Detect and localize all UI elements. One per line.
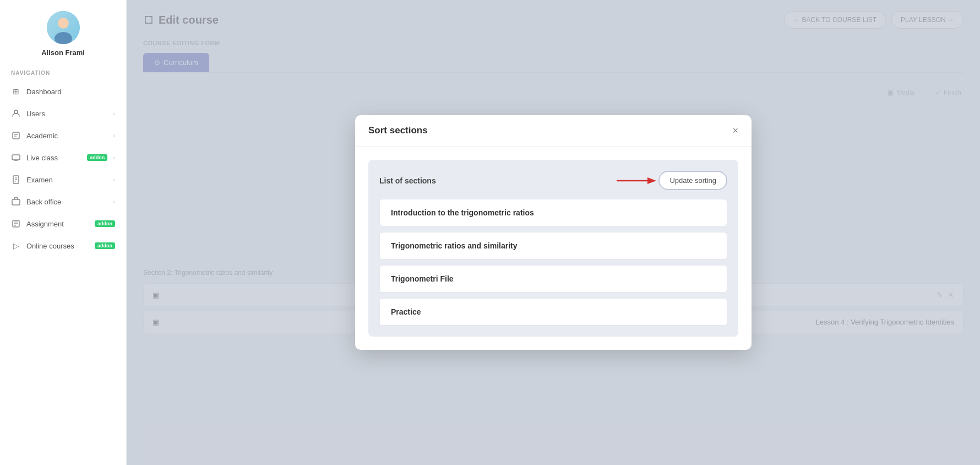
sidebar-item-label: Live class — [26, 154, 81, 162]
modal-list-header: List of sections Update sorting — [379, 171, 727, 190]
modal-header: Sort sections × — [355, 115, 752, 147]
chevron-right-icon: › — [113, 198, 115, 205]
chevron-right-icon: › — [113, 110, 115, 117]
sidebar-item-users[interactable]: Users › — [0, 103, 126, 124]
sidebar-item-academic[interactable]: Academic › — [0, 125, 126, 146]
dashboard-icon: ⊞ — [11, 86, 21, 96]
assignment-icon — [11, 219, 21, 229]
sidebar-item-label: Dashboard — [26, 88, 115, 96]
backoffice-icon — [11, 197, 21, 207]
onlinecourses-icon: ▷ — [11, 241, 21, 251]
academic-icon — [11, 131, 21, 140]
nav-label: Navigation — [0, 70, 126, 80]
examen-icon — [11, 175, 21, 185]
modal-close-button[interactable]: × — [732, 126, 738, 136]
addon-badge: addon — [95, 220, 115, 227]
svg-point-3 — [14, 110, 18, 113]
sort-sections-modal: Sort sections × List of sections Update — [355, 115, 752, 350]
svg-point-1 — [58, 18, 69, 29]
addon-badge: addon — [95, 242, 115, 249]
sidebar-username: Alison Frami — [41, 48, 85, 57]
main-content: Edit course ← BACK TO COURSE LIST PLAY L… — [127, 0, 980, 465]
section-item: Introduction to the trigonometric ratios — [379, 199, 727, 226]
sidebar-item-label: Online courses — [26, 242, 89, 250]
modal-overlay: Sort sections × List of sections Update — [127, 0, 980, 465]
modal-body: List of sections Update sorting Int — [355, 147, 752, 350]
modal-title: Sort sections — [368, 125, 428, 136]
section-container: List of sections Update sorting Int — [368, 160, 738, 337]
sidebar-item-dashboard[interactable]: ⊞ Dashboard — [0, 81, 126, 102]
sidebar-item-label: Academic — [26, 132, 107, 140]
sidebar-item-label: Examen — [26, 176, 107, 184]
sidebar-item-examen[interactable]: Examen › — [0, 169, 126, 190]
sidebar-item-label: Assignment — [26, 220, 89, 228]
sidebar-item-label: Back office — [26, 198, 107, 206]
chevron-right-icon: › — [113, 176, 115, 183]
list-of-sections-label: List of sections — [379, 176, 436, 185]
svg-rect-4 — [13, 132, 19, 139]
avatar — [47, 11, 80, 44]
svg-rect-7 — [12, 155, 20, 160]
addon-badge: addon — [87, 154, 107, 161]
red-arrow-icon — [617, 174, 661, 187]
liveclass-icon — [11, 153, 21, 163]
update-sorting-button[interactable]: Update sorting — [658, 171, 727, 190]
sidebar: Alison Frami Navigation ⊞ Dashboard User… — [0, 0, 127, 465]
sidebar-item-liveclass[interactable]: Live class addon › — [0, 147, 126, 168]
users-icon — [11, 109, 21, 118]
chevron-right-icon: › — [113, 132, 115, 139]
svg-marker-19 — [647, 177, 656, 184]
sidebar-item-label: Users — [26, 110, 107, 118]
chevron-right-icon: › — [113, 154, 115, 161]
svg-rect-13 — [12, 199, 20, 205]
section-item: Practice — [379, 298, 727, 326]
section-item: Trigonometri File — [379, 265, 727, 293]
section-item: Trigonometric ratios and similarity — [379, 232, 727, 259]
sidebar-item-onlinecourses[interactable]: ▷ Online courses addon — [0, 235, 126, 256]
sidebar-item-backoffice[interactable]: Back office › — [0, 191, 126, 212]
arrow-container: Update sorting — [617, 171, 727, 190]
sidebar-item-assignment[interactable]: Assignment addon — [0, 213, 126, 234]
